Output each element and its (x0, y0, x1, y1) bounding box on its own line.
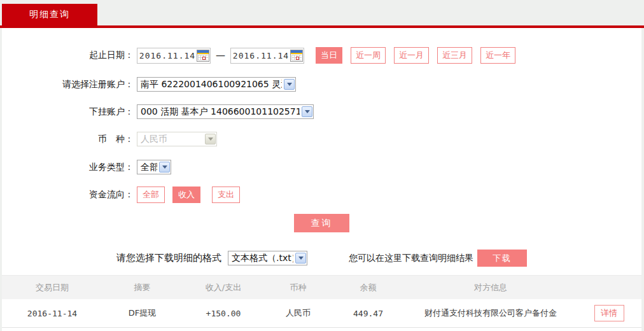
fund-flow-all-button[interactable]: 全部 (137, 187, 165, 203)
register-account-value: 南平 6222001406100921065 灵通卡 (141, 79, 282, 90)
download-format-select[interactable]: 文本格式（.txt） (228, 251, 307, 265)
col-header-date: 交易日期 (2, 282, 102, 293)
sub-account-row: 下挂账户： 000 活期 基本户 1406600101102571848 (2, 104, 641, 120)
cell-currency: 人民币 (265, 307, 332, 319)
col-header-balance: 余额 (332, 282, 405, 293)
date-range-label: 起止日期： (2, 50, 134, 61)
cell-balance: 449.47 (332, 309, 405, 318)
query-panel: 起止日期： 2016.11.14 — 2016.11.14 当日 近一周 近一月… (2, 28, 641, 331)
currency-select: 人民币 (137, 132, 217, 146)
sub-account-select[interactable]: 000 活期 基本户 1406600101102571848 (137, 104, 314, 119)
cell-actions: 详情 (577, 305, 641, 321)
quick-range-today-button[interactable]: 当日 (316, 47, 342, 64)
business-type-value: 全部 (141, 162, 157, 173)
fund-flow-expense-button[interactable]: 支出 (212, 187, 240, 203)
table-header: 交易日期 摘要 收入/支出 币种 余额 对方信息 (2, 275, 641, 299)
currency-row: 币 种： 人民币 (2, 131, 641, 147)
fund-flow-row: 资金流向： 全部 收入 支出 (2, 187, 641, 203)
chevron-down-icon (284, 79, 295, 90)
start-date-input[interactable]: 2016.11.14 (137, 48, 211, 64)
download-button[interactable]: 下载 (477, 250, 527, 267)
quick-range-quarter-button[interactable]: 近三月 (437, 47, 472, 64)
table-row: 2016-11-14 DF提现 +150.00 人民币 449.47 财付通支付… (2, 299, 641, 328)
start-date-value: 2016.11.14 (138, 51, 197, 60)
register-account-row: 请选择注册账户： 南平 6222001406100921065 灵通卡 (2, 76, 641, 92)
chevron-down-icon (205, 134, 216, 144)
download-hint: 您可以在这里下载查询明细结果 (349, 253, 473, 264)
cell-summary: DF提现 (102, 307, 182, 319)
calendar-icon[interactable] (290, 50, 303, 62)
sub-account-label: 下挂账户： (2, 106, 134, 118)
end-date-input[interactable]: 2016.11.14 (230, 48, 304, 64)
calendar-icon[interactable] (197, 50, 209, 62)
download-format-value: 文本格式（.txt） (232, 253, 293, 264)
sub-account-value: 000 活期 基本户 1406600101102571848 (141, 106, 300, 118)
detail-button[interactable]: 详情 (594, 305, 624, 321)
date-range-row: 起止日期： 2016.11.14 — 2016.11.14 当日 近一周 近一月… (2, 46, 641, 64)
calendar-day-mark (202, 57, 206, 60)
quick-range-year-button[interactable]: 近一年 (480, 47, 515, 64)
tab-detail-query[interactable]: 明细查询 (2, 4, 97, 25)
fund-flow-income-button[interactable]: 收入 (172, 187, 200, 203)
fund-flow-label: 资金流向： (2, 189, 134, 201)
calendar-day-mark (296, 57, 299, 60)
col-header-counterparty: 对方信息 (405, 282, 577, 293)
cell-counterparty: 财付通支付科技有限公司客户备付金 (405, 307, 577, 319)
quick-range-week-button[interactable]: 近一周 (351, 47, 386, 64)
cell-date: 2016-11-14 (2, 309, 102, 318)
business-type-select[interactable]: 全部 (137, 160, 171, 174)
download-format-label: 请您选择下载明细的格式 (116, 252, 221, 264)
tab-label: 明细查询 (29, 9, 70, 20)
register-account-label: 请选择注册账户： (2, 79, 134, 90)
col-header-summary: 摘要 (102, 282, 182, 293)
business-type-row: 业务类型： 全部 (2, 159, 641, 175)
chevron-down-icon (159, 162, 170, 173)
chevron-down-icon (302, 106, 312, 117)
col-header-currency: 币种 (265, 282, 332, 293)
query-button[interactable]: 查询 (294, 214, 349, 232)
end-date-value: 2016.11.14 (232, 51, 290, 60)
date-separator: — (216, 50, 225, 61)
quick-range-month-button[interactable]: 近一月 (394, 47, 429, 64)
register-account-select[interactable]: 南平 6222001406100921065 灵通卡 (137, 77, 296, 92)
currency-value: 人民币 (141, 134, 203, 145)
col-header-amount: 收入/支出 (182, 282, 265, 293)
currency-label: 币 种： (2, 134, 134, 145)
cell-amount: +150.00 (182, 309, 265, 318)
chevron-down-icon (295, 253, 306, 264)
business-type-label: 业务类型： (2, 162, 134, 173)
download-row: 请您选择下载明细的格式 文本格式（.txt） 您可以在这里下载查询明细结果 下载 (2, 250, 641, 267)
